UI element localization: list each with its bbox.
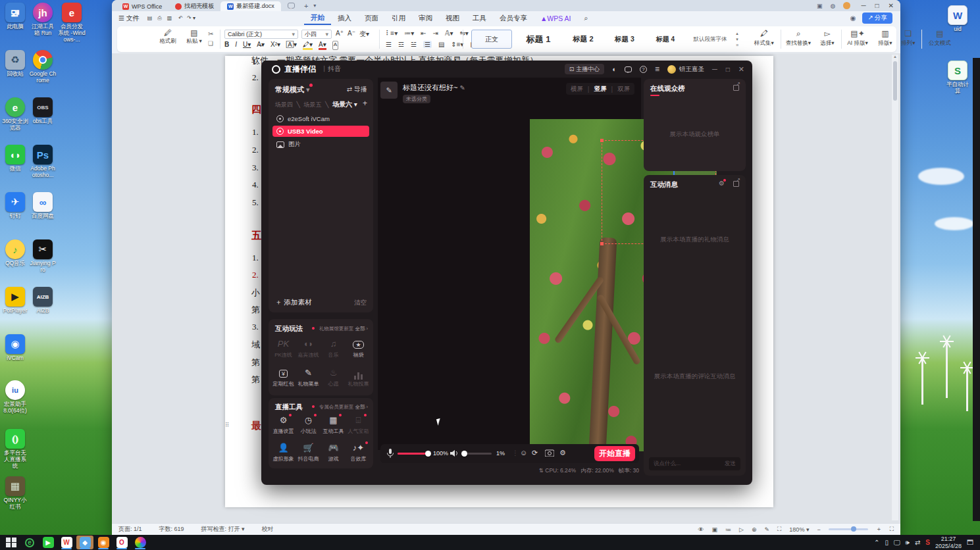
play-item-gift-vote[interactable]: 礼物投票 xyxy=(346,366,371,388)
preview-icon[interactable]: ▥ xyxy=(167,15,172,21)
add-material-button[interactable]: ＋ 添加素材 xyxy=(275,298,311,307)
tab-docer[interactable]: 找稻壳模板 xyxy=(168,1,220,11)
desktop-icon-qinyy[interactable]: ▦ QINYY小红书 xyxy=(1,476,29,511)
play-item-music[interactable]: ♫音乐 xyxy=(321,338,346,359)
save-icon[interactable]: ▤ xyxy=(147,15,153,21)
style-heading4[interactable]: 标题 4 xyxy=(646,30,684,49)
taskbar-browser[interactable]: e xyxy=(21,536,38,549)
menu-icon[interactable]: ≡ xyxy=(655,64,659,74)
scene-tab-6[interactable]: 场景六 ▾ xyxy=(332,101,357,108)
speaker-volume-slider[interactable] xyxy=(462,453,492,455)
play-view-icon[interactable]: ▷ xyxy=(739,526,744,533)
tray-sogou-icon[interactable]: S xyxy=(925,539,930,546)
tray-clock[interactable]: 21:27 2025/4/28 xyxy=(935,536,962,549)
undo-icon[interactable]: ↶ xyxy=(178,15,183,21)
align-right-icon[interactable]: ☱ xyxy=(411,41,417,48)
style-set-button[interactable]: 🖍样式集▾ xyxy=(750,29,778,47)
scene-tab-4[interactable]: 场景四 xyxy=(275,101,293,108)
view-page-icon[interactable]: ▣ xyxy=(712,526,718,533)
new-tab-button[interactable]: + xyxy=(304,2,308,10)
desktop-icon-aizb[interactable]: AIZB AIZB xyxy=(29,287,57,314)
bold-button[interactable]: B xyxy=(224,41,229,50)
tools-update-link[interactable]: 专属会员更新至 全部 › xyxy=(319,404,368,411)
scroll-up-arrow-icon[interactable]: ▲ xyxy=(892,55,898,59)
align-left-icon[interactable]: ☰ xyxy=(386,41,392,48)
desktop-icon-this-pc[interactable]: 🖳 此电脑 xyxy=(1,3,29,30)
ribbon-tab-wps-ai[interactable]: ▲ WPS AI xyxy=(534,11,578,25)
anchor-center-button[interactable]: ⊡ 主播中心 xyxy=(565,64,605,74)
start-button[interactable] xyxy=(3,536,20,549)
paragraph-drag-handle[interactable]: ⠿ xyxy=(225,422,229,428)
ribbon-search-icon[interactable]: ⌕ xyxy=(578,11,595,25)
superscript-button[interactable]: X²▾ xyxy=(271,41,280,50)
taskbar-live-companion[interactable]: O xyxy=(113,536,130,549)
play-item-wish[interactable]: ♨心愿 xyxy=(321,366,346,388)
zoom-in-button[interactable]: ＋ xyxy=(876,525,882,534)
edit-title-button[interactable]: ✎ xyxy=(380,82,398,99)
tool-item-interact-tools[interactable]: ▦互动工具 xyxy=(321,414,346,435)
eye-protect-icon[interactable]: ◉ xyxy=(850,14,856,22)
play-item-gift-menu[interactable]: ✎礼物菜单 xyxy=(296,366,321,388)
official-doc-mode-button[interactable]: ▤公文模式 xyxy=(925,29,954,47)
font-color-button[interactable]: A▾ xyxy=(319,41,326,50)
ribbon-tab-home[interactable]: 开始 xyxy=(304,11,331,25)
desktop-icon-jianghu-toolbox[interactable]: jh 江湖工具箱 Run xyxy=(29,3,57,37)
redo-icon[interactable]: ↷ ▾ xyxy=(187,15,195,21)
tool-item-virtual-avatar[interactable]: 👤虚拟形象 xyxy=(271,441,296,463)
format-painter-button[interactable]: 🖉 格式刷 xyxy=(157,28,179,45)
fullscreen-icon[interactable]: ⛶ xyxy=(890,526,894,533)
desktop-icon-potplayer[interactable]: ▶ PotPlayer xyxy=(1,287,29,314)
indent-icon[interactable]: ⇥ xyxy=(433,30,438,38)
play-item-red-packet[interactable]: ¥定期红包 xyxy=(271,366,296,388)
source-ivcam[interactable]: e2eSoft iVCam xyxy=(272,113,369,124)
taskbar-video-app[interactable]: ▶ xyxy=(39,536,57,549)
view-portrait[interactable]: 竖屏 xyxy=(589,85,611,93)
wps-avatar[interactable] xyxy=(843,2,850,9)
taskbar-wps[interactable]: W xyxy=(58,536,75,549)
ribbon-tab-tools[interactable]: 工具 xyxy=(466,11,493,25)
add-scene-button[interactable]: + xyxy=(363,99,367,108)
desktop-icon-ivcam[interactable]: ◉ iVCam xyxy=(1,334,29,362)
style-default-font[interactable]: 默认段落字体 xyxy=(687,30,733,49)
mic-icon[interactable] xyxy=(386,449,394,459)
desktop-icon-member-dispatch[interactable]: e 会员分发系统 -Windows-... xyxy=(58,3,86,43)
ai-layout-button[interactable]: ▤✦AI 排版▾ xyxy=(844,29,871,47)
italic-button[interactable]: I xyxy=(235,41,237,50)
feedback-bubble-icon[interactable] xyxy=(625,66,632,72)
view-landscape[interactable]: 横屏 xyxy=(566,85,588,93)
arrange-button[interactable]: ❏排列▾ xyxy=(896,29,920,47)
taskbar-camera-app[interactable]: ◉ xyxy=(95,536,112,549)
clear-format-icon[interactable]: 变▾ xyxy=(359,30,369,39)
ribbon-tab-page[interactable]: 页面 xyxy=(358,11,385,25)
font-name-select[interactable]: Calibri (正文)▾ xyxy=(224,30,298,39)
desktop-icon-chrome[interactable]: Google Chrome xyxy=(29,50,57,84)
beauty-face-icon[interactable]: ☺ xyxy=(520,449,527,457)
user-avatar[interactable] xyxy=(667,65,676,74)
status-proofread[interactable]: 校对 xyxy=(262,525,274,534)
desktop-icon-wechat[interactable]: ◖◗ 微信 xyxy=(1,145,29,172)
scene-tab-5[interactable]: 场景五 xyxy=(303,101,321,108)
share-button[interactable]: ↗ 分享 xyxy=(862,12,892,24)
mode-select[interactable]: 常规模式 ▾ xyxy=(275,85,310,95)
audience-popout-icon[interactable] xyxy=(733,85,739,91)
play-item-lucky-bag[interactable]: ★福袋 xyxy=(346,338,371,359)
wps-minimize-button[interactable]: ─ xyxy=(861,2,865,9)
layout-switch-icon[interactable]: ▣ xyxy=(817,3,823,9)
source-usb3-video[interactable]: USB3 Video xyxy=(272,126,369,137)
file-menu[interactable]: ☰ 文件 xyxy=(118,14,140,23)
zoom-out-button[interactable]: − xyxy=(817,526,820,533)
status-words[interactable]: 字数: 619 xyxy=(159,525,184,534)
letter-case-icon[interactable]: 𝔸▾ xyxy=(445,30,453,38)
tool-item-live-settings[interactable]: ⚙直播设置 xyxy=(271,414,296,435)
tray-chevron-icon[interactable]: ⌃ xyxy=(874,539,879,546)
desktop-icon-dingtalk[interactable]: ✈ 钉钉 xyxy=(1,192,29,220)
wps-close-button[interactable]: ✕ xyxy=(889,2,894,9)
style-normal[interactable]: 正文 xyxy=(471,30,512,49)
char-shading-button[interactable]: 🄰▾ xyxy=(286,41,297,50)
desktop-icon-360-browser[interactable]: e 360安全浏览器 xyxy=(1,97,29,132)
desktop-icon-photoshop[interactable]: Ps Adobe Photosho... xyxy=(29,145,57,179)
help-icon[interactable]: ? xyxy=(640,66,647,73)
view-outline-icon[interactable]: ≔ xyxy=(725,526,731,533)
ribbon-tab-view[interactable]: 视图 xyxy=(439,11,466,25)
desktop-icon-assistant[interactable]: iu 宏景助手 8.0(64位) xyxy=(1,380,29,414)
